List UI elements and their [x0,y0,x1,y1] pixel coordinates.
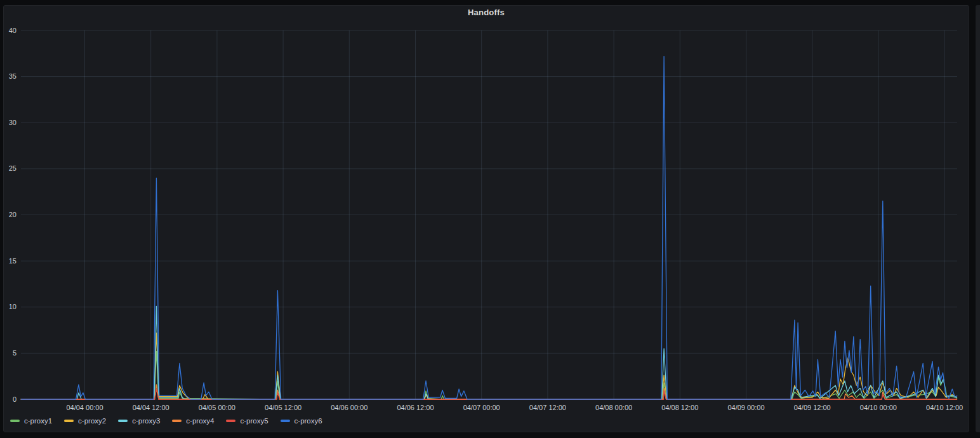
y-axis-tick-label: 30 [0,119,17,127]
y-axis-tick-label: 5 [0,349,17,357]
grid-lines [21,30,957,399]
legend-item-c-proxy6[interactable]: c-proxy6 [281,416,322,425]
x-axis-tick-label: 04/06 00:00 [321,404,378,411]
x-axis-tick-label: 04/08 12:00 [651,404,708,411]
series-line-c-proxy3 [21,306,957,399]
y-axis-tick-label: 20 [0,211,17,219]
y-axis-tick-label: 40 [0,27,17,35]
legend-color-swatch [64,420,74,422]
y-axis-tick-label: 10 [0,303,17,311]
x-axis-tick-label: 04/09 12:00 [784,404,841,411]
legend-color-swatch [281,420,290,422]
legend-label: c-proxy5 [240,416,268,425]
legend-label: c-proxy1 [24,416,52,425]
legend-color-swatch [226,420,235,422]
x-axis-tick-label: 04/06 12:00 [387,404,444,411]
legend-item-c-proxy5[interactable]: c-proxy5 [226,416,268,425]
x-axis-tick-label: 04/10 00:00 [850,404,907,411]
x-axis-tick-label: 04/09 00:00 [717,404,774,411]
x-axis-tick-label: 04/05 00:00 [189,404,246,411]
x-axis-tick-label: 04/04 00:00 [56,404,114,411]
legend-color-swatch [172,420,182,422]
series-lines [21,56,957,399]
legend-label: c-proxy2 [78,416,106,425]
legend-item-c-proxy3[interactable]: c-proxy3 [118,416,160,425]
legend-item-c-proxy1[interactable]: c-proxy1 [10,416,52,425]
x-axis-tick-label: 04/10 12:00 [916,404,973,411]
x-axis-tick-label: 04/05 12:00 [255,404,312,411]
y-axis-tick-label: 25 [0,164,17,173]
legend-item-c-proxy4[interactable]: c-proxy4 [172,416,214,425]
x-axis-tick-label: 04/08 00:00 [585,404,642,411]
x-axis-tick-label: 04/04 12:00 [122,404,180,411]
series-line-c-proxy6 [21,56,957,399]
y-axis-tick-label: 35 [0,72,17,81]
time-series-plot[interactable] [0,0,980,438]
legend-item-c-proxy2[interactable]: c-proxy2 [64,416,106,425]
y-axis-tick-label: 0 [0,395,17,404]
legend-color-swatch [10,420,20,422]
x-axis-tick-label: 04/07 00:00 [453,404,510,411]
x-axis-tick-label: 04/07 12:00 [519,404,576,411]
y-axis-tick-label: 15 [0,257,17,265]
legend-label: c-proxy4 [186,416,214,425]
legend-label: c-proxy6 [295,416,322,425]
legend-color-swatch [118,420,128,422]
legend: c-proxy1c-proxy2c-proxy3c-proxy4c-proxy5… [10,416,322,425]
legend-label: c-proxy3 [132,416,160,425]
series-line-c-proxy2 [21,333,957,399]
